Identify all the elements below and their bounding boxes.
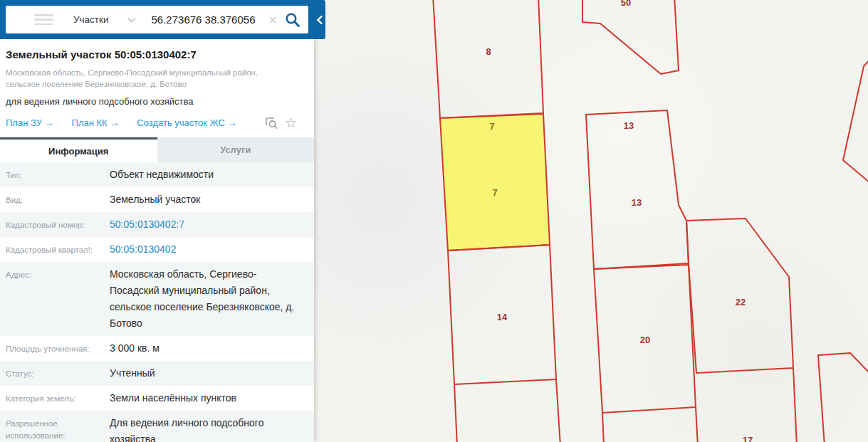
cadastral-map-app: 50877131314202217 Участки × (0, 0, 868, 442)
map-canvas[interactable]: 50877131314202217 (314, 0, 868, 442)
table-row: Категория земель:Земли населённых пункто… (0, 386, 314, 411)
tab-information[interactable]: Информация (0, 137, 157, 162)
parcel-17-right-edge[interactable] (793, 368, 797, 442)
search-icon (284, 11, 301, 28)
action-links-row: План ЗУ → План КК → Создать участок ЖС →… (6, 116, 303, 137)
parcel-below-14-right-edge[interactable] (556, 379, 560, 442)
plan-zu-link[interactable]: План ЗУ → (6, 117, 54, 128)
info-table: Тип:Объект недвижимостиВид:Земельный уча… (0, 162, 314, 442)
parcel-number-label: 7 (489, 121, 494, 132)
parcel-number-label: 14 (497, 312, 508, 322)
parcel-top-right-wedge[interactable] (843, 56, 868, 187)
row-label: Разрешенное использование: (6, 415, 110, 441)
parcel-number-label: 13 (632, 197, 642, 208)
parcel-50[interactable] (582, 0, 679, 74)
table-row: Тип:Объект недвижимости (0, 162, 314, 187)
row-label: Кадастровый номер: (6, 216, 110, 231)
row-value: 3 000 кв. м (110, 340, 314, 357)
chevron-down-icon (127, 17, 136, 23)
parcel-below-20-left-edge[interactable] (602, 413, 604, 442)
table-row: Вид:Земельный участок (0, 187, 314, 212)
row-label: Категория земель: (6, 390, 110, 405)
top-header: Участки × (0, 0, 314, 39)
parcel-number-label: 22 (736, 297, 746, 307)
search-input[interactable] (152, 14, 263, 26)
parcel-number-label: 20 (640, 335, 650, 345)
row-label: Адрес: (6, 266, 110, 281)
table-row: Адрес:Московская область, Сергиево-Посад… (0, 262, 314, 336)
layer-type-dropdown[interactable]: Участки (73, 14, 136, 25)
chevron-left-icon (317, 16, 323, 24)
create-parcel-link[interactable]: Создать участок ЖС → (137, 117, 236, 128)
row-label: Площадь уточненная: (6, 340, 110, 355)
table-row: Кадастровый квартал!:50:05:0130402 (0, 237, 314, 262)
row-value: Московская область, Сергиево-Посадский м… (110, 266, 314, 332)
parcel-number-label: 13 (624, 120, 634, 131)
cadastral-parcels-layer: 50877131314202217 (314, 0, 868, 442)
parcel-13[interactable] (586, 110, 689, 269)
page-title: Земельный участок 50:05:0130402:7 (6, 48, 303, 60)
favorite-star-icon[interactable]: ☆ (285, 116, 297, 130)
parcel-8[interactable] (433, 0, 543, 118)
tab-services[interactable]: Услуги (157, 137, 315, 162)
parcel-number-label: 7 (492, 187, 497, 198)
plan-kk-link[interactable]: План КК → (72, 117, 120, 128)
row-label: Статус: (6, 365, 110, 380)
row-value: Учтенный (110, 365, 314, 382)
row-value: Земли населённых пунктов (110, 390, 314, 406)
search-button[interactable] (283, 11, 308, 28)
clear-search-icon[interactable]: × (263, 13, 283, 27)
table-row: Кадастровый номер:50:05:0130402:7 (0, 212, 314, 237)
row-value-link[interactable]: 50:05:0130402 (110, 241, 314, 258)
table-row: Площадь уточненная:3 000 кв. м (0, 336, 314, 361)
panel-header: Земельный участок 50:05:0130402:7 Москов… (0, 39, 314, 137)
parcel-usage-text: для ведения личного подсобного хозяйства (6, 96, 303, 107)
row-label: Тип: (6, 167, 110, 181)
table-row: Разрешенное использование:Для ведения ли… (0, 411, 314, 442)
parcel-below-14-left-edge[interactable] (454, 384, 457, 442)
panel-header-icons: ☆ (264, 116, 303, 130)
row-value-link[interactable]: 50:05:0130402:7 (110, 216, 314, 233)
parcel-bottom-right[interactable] (818, 353, 868, 442)
row-label: Вид: (6, 191, 110, 206)
parcel-below-20-right-edge[interactable] (696, 407, 698, 442)
parcel-number-label: 17 (743, 435, 753, 442)
search-bar: Участки × (6, 6, 308, 33)
panel-tabs: Информация Услуги (0, 137, 314, 162)
parcel-number-label: 8 (486, 46, 491, 57)
parcel-number-label: 50 (621, 0, 631, 8)
parcel-7-selected[interactable] (440, 114, 550, 251)
row-value: Земельный участок (110, 191, 314, 208)
zoom-to-object-icon[interactable] (264, 116, 278, 130)
menu-icon[interactable] (34, 14, 53, 25)
parcel-address-subtitle: Московская область, Сергиево-Посадский м… (6, 67, 303, 90)
collapse-panel-button[interactable] (314, 0, 325, 39)
layer-type-label: Участки (73, 14, 109, 25)
table-row: Статус:Учтенный (0, 361, 314, 386)
parcel-22[interactable] (686, 219, 793, 373)
row-value: Для ведения личного подсобного хозяйства (110, 415, 314, 442)
row-label: Кадастровый квартал!: (6, 241, 110, 256)
parcel-info-panel: Земельный участок 50:05:0130402:7 Москов… (0, 39, 314, 442)
row-value: Объект недвижимости (110, 167, 314, 183)
